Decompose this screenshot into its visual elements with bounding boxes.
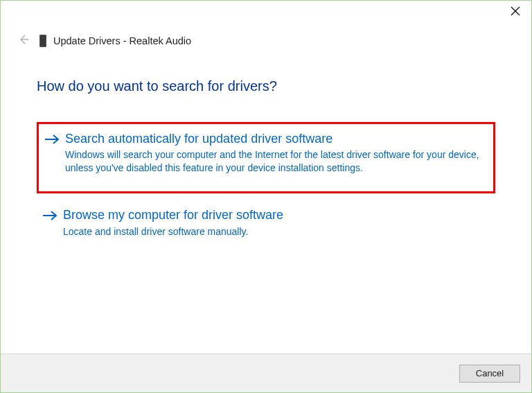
option-title: Browse my computer for driver software xyxy=(63,207,486,223)
header: Update Drivers - Realtek Audio xyxy=(1,27,531,52)
close-icon xyxy=(511,6,520,19)
option-browse-computer[interactable]: Browse my computer for driver software L… xyxy=(37,200,495,247)
close-button[interactable] xyxy=(509,6,522,19)
option-description: Locate and install driver software manua… xyxy=(63,225,486,238)
titlebar xyxy=(1,1,531,27)
content-area: How do you want to search for drivers? S… xyxy=(1,52,531,353)
arrow-right-icon xyxy=(43,131,61,145)
window-title: Update Drivers - Realtek Audio xyxy=(53,35,191,46)
back-button[interactable] xyxy=(16,33,31,49)
option-search-automatically[interactable]: Search automatically for updated driver … xyxy=(37,122,495,193)
option-description: Windows will search your computer and th… xyxy=(65,148,484,175)
page-heading: How do you want to search for drivers? xyxy=(37,78,495,94)
option-text: Search automatically for updated driver … xyxy=(61,131,484,175)
cancel-button[interactable]: Cancel xyxy=(459,365,520,383)
option-title: Search automatically for updated driver … xyxy=(65,131,484,147)
arrow-right-icon xyxy=(41,207,59,221)
option-text: Browse my computer for driver software L… xyxy=(59,207,486,238)
update-drivers-dialog: Update Drivers - Realtek Audio How do yo… xyxy=(1,1,531,392)
back-arrow-icon xyxy=(18,34,29,48)
footer: Cancel xyxy=(1,353,531,392)
device-icon xyxy=(39,35,46,47)
